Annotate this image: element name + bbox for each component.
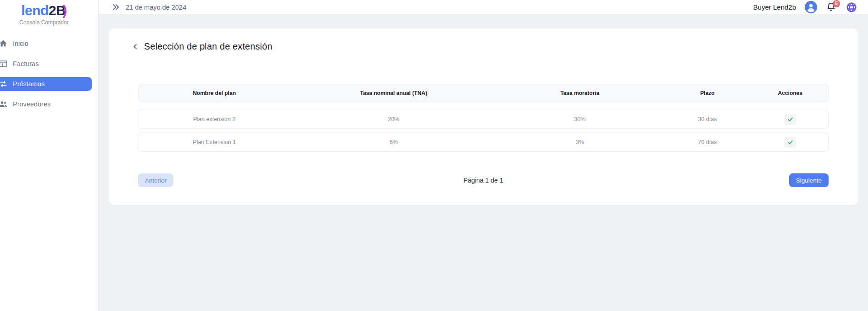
column-header-plazo: Plazo: [663, 90, 752, 96]
plan-tna: 5%: [290, 139, 497, 145]
notifications-button[interactable]: 5: [826, 1, 837, 13]
plan-name: Plan extensión 2: [138, 116, 290, 122]
sidebar: lend2B) Consola Comprador Inicio Factura…: [0, 0, 99, 311]
suppliers-icon: [0, 100, 8, 109]
check-icon: [787, 139, 794, 146]
plan-plazo: 30 días: [663, 116, 752, 122]
logo-text: lend2B): [0, 3, 88, 18]
sidebar-item-proveedores[interactable]: Proveedores: [0, 97, 92, 111]
check-icon: [787, 116, 794, 123]
table-row: Plan Extension 1 5% 3% 70 días: [138, 133, 829, 152]
sidebar-item-label: Préstamos: [13, 80, 44, 88]
sidebar-item-inicio[interactable]: Inicio: [0, 37, 92, 50]
sidebar-nav: Inicio Facturas Présta: [0, 37, 98, 111]
page-status: Página 1 de 1: [464, 177, 503, 184]
home-icon: [0, 39, 8, 48]
column-header-tna: Tasa nominal anual (TNA): [290, 90, 497, 96]
main-area: 21 de mayo de 2024 Buyer Lend2b 5: [99, 0, 868, 311]
title-row: Selección de plan de extensión: [132, 41, 829, 52]
column-header-nombre: Nombre del plan: [138, 90, 290, 96]
page-title: Selección de plan de extensión: [144, 41, 272, 52]
logo-part1: lend: [21, 3, 49, 18]
previous-page-button[interactable]: Anterior: [138, 173, 173, 187]
notifications-badge: 5: [833, 0, 840, 7]
user-avatar[interactable]: [805, 1, 817, 13]
loans-icon: [0, 79, 8, 89]
plan-tna: 20%: [290, 116, 497, 122]
back-icon[interactable]: [132, 43, 140, 51]
plan-moratoria: 3%: [497, 139, 663, 145]
plan-plazo: 70 días: [663, 139, 752, 145]
plan-name: Plan Extension 1: [138, 139, 290, 145]
topbar: 21 de mayo de 2024 Buyer Lend2b 5: [99, 0, 868, 14]
topbar-right: Buyer Lend2b 5: [753, 1, 857, 13]
collapse-sidebar-icon[interactable]: [111, 3, 120, 11]
globe-icon: [846, 1, 857, 13]
table-header-row: Nombre del plan Tasa nominal anual (TNA)…: [138, 84, 829, 102]
sidebar-item-label: Inicio: [13, 40, 28, 47]
logo-bracket: ): [62, 3, 67, 18]
app-root: lend2B) Consola Comprador Inicio Factura…: [0, 0, 868, 311]
plan-moratoria: 30%: [497, 116, 663, 122]
table-row: Plan extensión 2 20% 30% 30 días: [138, 110, 829, 129]
invoices-icon: [0, 59, 8, 68]
logo: lend2B) Consola Comprador: [0, 0, 88, 26]
pagination: Anterior Página 1 de 1 Siguiente: [138, 173, 829, 187]
plans-table: Nombre del plan Tasa nominal anual (TNA)…: [138, 84, 829, 152]
select-plan-button[interactable]: [784, 114, 796, 125]
sidebar-item-label: Proveedores: [13, 100, 50, 108]
topbar-left: 21 de mayo de 2024: [111, 3, 186, 11]
sidebar-item-prestamos[interactable]: Préstamos: [0, 77, 92, 91]
plan-selection-card: Selección de plan de extensión Nombre de…: [109, 28, 858, 205]
column-header-acciones: Acciones: [752, 90, 828, 96]
sidebar-item-label: Facturas: [13, 60, 39, 67]
user-name: Buyer Lend2b: [753, 3, 796, 11]
select-plan-button[interactable]: [784, 137, 796, 148]
content-area: Selección de plan de extensión Nombre de…: [99, 14, 868, 311]
current-date: 21 de mayo de 2024: [126, 4, 186, 11]
language-globe-button[interactable]: [846, 1, 857, 13]
console-subtitle: Consola Comprador: [0, 19, 88, 26]
column-header-moratoria: Tasa moratoria: [497, 90, 663, 96]
sidebar-item-facturas[interactable]: Facturas: [0, 57, 92, 71]
next-page-button[interactable]: Siguiente: [789, 173, 829, 187]
